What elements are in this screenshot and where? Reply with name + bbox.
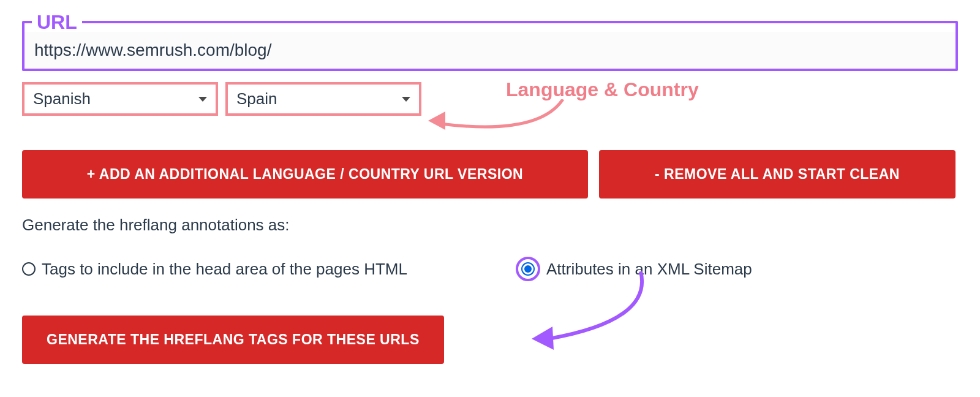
url-legend: URL — [32, 12, 82, 32]
generate-button[interactable]: GENERATE THE HREFLANG TAGS FOR THESE URL… — [22, 316, 444, 364]
remove-all-button[interactable]: - REMOVE ALL AND START CLEAN — [599, 150, 956, 198]
radio-option-tags-label: Tags to include in the head area of the … — [42, 260, 407, 279]
svg-marker-0 — [428, 112, 445, 130]
radio-option-xml-label: Attributes in an XML Sitemap — [546, 260, 752, 279]
radio-unchecked-icon — [22, 262, 36, 276]
radio-checked-icon — [521, 262, 535, 276]
country-select[interactable]: Spain — [225, 82, 421, 116]
arrow-pink-icon — [422, 99, 569, 154]
caret-down-icon — [198, 97, 207, 102]
radio-highlight-ring — [516, 257, 540, 281]
svg-marker-1 — [532, 327, 554, 350]
generate-label: Generate the hreflang annotations as: — [22, 216, 958, 235]
radio-row: Tags to include in the head area of the … — [22, 257, 958, 281]
generate-row: GENERATE THE HREFLANG TAGS FOR THESE URL… — [22, 316, 958, 364]
url-input[interactable] — [24, 32, 956, 69]
caret-down-icon — [402, 97, 410, 102]
add-language-button[interactable]: + ADD AN ADDITIONAL LANGUAGE / COUNTRY U… — [22, 150, 588, 198]
radio-option-xml[interactable]: Attributes in an XML Sitemap — [516, 257, 752, 281]
radio-dot-icon — [524, 265, 532, 273]
annotation-lang-country: Language & Country — [506, 78, 699, 101]
buttons-row: + ADD AN ADDITIONAL LANGUAGE / COUNTRY U… — [22, 150, 958, 198]
country-select-value: Spain — [236, 89, 277, 108]
radio-option-tags[interactable]: Tags to include in the head area of the … — [22, 260, 516, 279]
selects-row: Spanish Spain Language & Country — [22, 82, 958, 116]
url-fieldset: URL — [22, 12, 958, 71]
language-select[interactable]: Spanish — [22, 82, 218, 116]
language-select-value: Spanish — [33, 89, 91, 108]
